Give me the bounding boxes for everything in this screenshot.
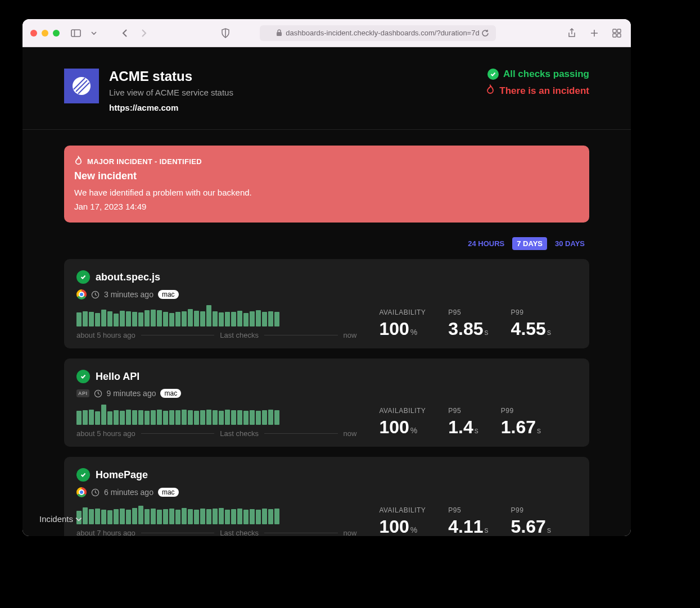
metric-p95: P95 1.4s — [448, 407, 478, 438]
check-bar — [250, 509, 255, 524]
metric-value: 100% — [379, 319, 426, 339]
check-bar — [200, 509, 205, 524]
check-bar — [138, 312, 143, 326]
check-bar — [219, 312, 224, 326]
check-bar — [262, 410, 267, 425]
duration-option[interactable]: 24 HOURS — [463, 237, 509, 250]
check-bar — [256, 510, 261, 524]
check-bar — [169, 509, 174, 524]
check-bar — [250, 311, 255, 326]
metric-value: 1.4s — [448, 417, 478, 438]
axis-end: now — [344, 331, 357, 339]
axis-start: about 7 hours ago — [76, 529, 136, 536]
metric-value: 5.67s — [511, 516, 551, 536]
check-name[interactable]: about.spec.js — [96, 271, 160, 283]
svg-rect-6 — [613, 29, 616, 33]
check-status-badge — [76, 468, 90, 482]
url-bar[interactable]: dashboards-incident.checkly-dashboards.c… — [260, 25, 496, 41]
incident-title: New incident — [74, 170, 579, 182]
chevron-down-icon[interactable] — [88, 27, 100, 39]
check-bar — [213, 410, 218, 425]
platform-pill: mac — [158, 488, 179, 497]
check-name[interactable]: Hello API — [96, 371, 139, 383]
check-bar — [144, 411, 150, 425]
minimize-window-button[interactable] — [42, 30, 48, 37]
check-icon — [80, 471, 87, 478]
metric-label: P99 — [511, 506, 551, 514]
close-window-button[interactable] — [30, 30, 37, 37]
check-bar — [219, 411, 224, 425]
check-bar — [114, 509, 119, 524]
metric-value: 100% — [379, 516, 426, 536]
check-bar — [114, 410, 119, 425]
check-bar — [262, 509, 267, 524]
forward-button[interactable] — [137, 27, 150, 39]
svg-rect-7 — [617, 29, 621, 33]
check-bar — [83, 410, 88, 425]
duration-option[interactable]: 7 DAYS — [512, 237, 547, 250]
check-last-run: 6 minutes ago — [104, 488, 153, 497]
check-bar — [225, 510, 230, 524]
svg-rect-9 — [617, 34, 621, 37]
reload-button[interactable] — [479, 27, 491, 39]
check-bar — [107, 411, 112, 425]
site-link[interactable]: https://acme.com — [109, 103, 233, 112]
check-bar — [237, 509, 242, 524]
clock-icon — [91, 291, 100, 299]
metric-label: AVAILABILITY — [379, 506, 426, 514]
incident-timestamp: Jan 17, 2023 14:49 — [74, 202, 579, 211]
check-bar — [132, 312, 137, 326]
check-bar — [231, 509, 236, 524]
check-bar — [256, 411, 261, 425]
check-bar — [200, 311, 205, 326]
check-bar — [243, 313, 249, 326]
check-bar — [163, 509, 168, 524]
fullscreen-window-button[interactable] — [53, 30, 60, 37]
check-bar — [237, 311, 242, 326]
duration-option[interactable]: 30 DAYS — [550, 237, 589, 250]
check-bar — [151, 310, 156, 326]
check-last-run: 3 minutes ago — [104, 290, 153, 299]
check-bar — [107, 311, 112, 326]
check-bar — [175, 410, 180, 425]
back-button[interactable] — [119, 27, 132, 39]
new-tab-button[interactable] — [588, 27, 600, 39]
metric-p99: P99 4.55s — [511, 308, 551, 339]
axis-mid: Last checks — [220, 429, 259, 438]
clock-icon — [91, 488, 100, 497]
incident-severity-tag: MAJOR INCIDENT - IDENTIFIED — [87, 157, 202, 166]
check-bar — [182, 311, 187, 326]
metric-label: P95 — [448, 308, 488, 316]
axis-mid: Last checks — [220, 529, 259, 536]
metric-value: 3.85s — [448, 319, 488, 339]
brand-logo — [64, 69, 99, 103]
incidents-floating-label[interactable]: Incidents — [39, 514, 82, 524]
check-bar — [231, 312, 236, 326]
check-bar — [188, 509, 193, 524]
svg-rect-8 — [613, 34, 616, 37]
metric-p95: P95 3.85s — [448, 308, 488, 339]
tabs-overview-icon[interactable] — [611, 27, 623, 39]
check-bar — [175, 312, 180, 326]
chrome-icon — [76, 487, 87, 497]
check-bar — [107, 510, 112, 524]
sidebar-toggle-icon[interactable] — [70, 27, 82, 39]
check-bar — [144, 509, 150, 524]
check-bar — [206, 509, 211, 524]
check-bar — [114, 314, 119, 326]
metric-p99: P99 1.67s — [501, 407, 541, 438]
metric-label: P99 — [511, 308, 551, 316]
check-icon — [80, 373, 87, 380]
check-bar — [89, 509, 94, 524]
share-icon[interactable] — [566, 27, 578, 39]
axis-mid: Last checks — [220, 331, 259, 339]
check-bar — [76, 411, 82, 425]
fire-icon — [486, 84, 495, 97]
check-name[interactable]: HomePage — [96, 469, 148, 481]
check-bar — [89, 410, 94, 425]
check-bar — [243, 411, 249, 425]
check-bar — [126, 311, 131, 326]
check-bar — [194, 411, 199, 425]
check-bar — [182, 410, 187, 425]
shield-icon[interactable] — [219, 27, 232, 39]
